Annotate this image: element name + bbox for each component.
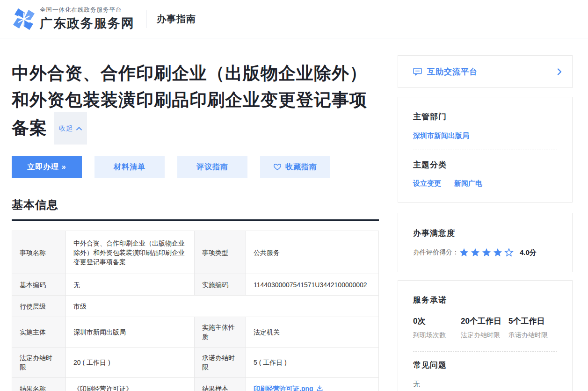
- star-filled-icon: [493, 247, 503, 258]
- apply-now-button[interactable]: 立即办理 »: [12, 156, 82, 178]
- field-label: 承诺办结时限: [195, 348, 246, 378]
- stat-label: 法定办结时限: [461, 331, 508, 340]
- platform-name: 全国一体化在线政务服务平台: [40, 6, 135, 14]
- field-value: 《印刷经营许可证》: [66, 378, 195, 391]
- review-guide-button[interactable]: 评议指南: [177, 156, 247, 178]
- field-label: 结果名称: [12, 378, 66, 391]
- dept-link[interactable]: 深圳市新闻出版局: [413, 131, 469, 139]
- stat-visits: 0次 到现场次数: [413, 316, 461, 340]
- result-sample-download-link[interactable]: 印刷经营许可证.png: [254, 384, 323, 391]
- field-label: 实施主体: [12, 317, 66, 348]
- field-label: 法定办结时限: [12, 348, 66, 378]
- topic-title: 主题分类: [413, 159, 557, 170]
- apply-now-label: 立即办理 »: [27, 162, 66, 172]
- section-rule: [12, 219, 379, 221]
- field-label: 实施主体性质: [195, 317, 246, 348]
- field-value: 中外合资、合作印刷企业（出版物企业除外）和外资包装装潢印刷品印刷企业变更登记事项…: [66, 231, 195, 274]
- star-filled-icon: [459, 247, 469, 258]
- divider: [413, 351, 557, 352]
- topic-link-news-broadcast[interactable]: 新闻广电: [454, 179, 482, 188]
- table-row: 实施主体 深圳市新闻出版局 实施主体性质 法定机关: [12, 317, 379, 348]
- sidebar: 互助交流平台 主管部门 深圳市新闻出版局 主题分类 设立变更 新闻广电 办事满意…: [398, 38, 573, 391]
- faq-title: 常见问题: [413, 360, 557, 370]
- field-value: 无: [66, 274, 195, 296]
- table-row: 法定办结时限 20 ( 工作日 ) 承诺办结时限 5 ( 工作日 ): [12, 348, 379, 378]
- chevron-up-icon: [76, 127, 82, 130]
- faq-value: 无: [413, 380, 557, 389]
- stat-value: 0次: [413, 316, 461, 326]
- field-value: 5 ( 工作日 ): [246, 348, 379, 378]
- stat-value: 20个工作日: [461, 316, 508, 326]
- download-icon: [316, 385, 323, 391]
- main-content: 中外合资、合作印刷企业（出版物企业除外）和外资包装装潢印刷品印刷企业变更登记事项…: [12, 38, 379, 391]
- score-label: 办件评价得分：: [413, 248, 459, 257]
- heart-icon: [273, 163, 282, 171]
- field-value: 深圳市新闻出版局: [66, 317, 195, 348]
- satisfaction-title: 办事满意度: [413, 228, 557, 239]
- promise-stats: 0次 到现场次数 20个工作日 法定办结时限 5个工作日 承诺办结时限: [413, 316, 557, 340]
- chevron-right-icon: [557, 68, 562, 75]
- comment-icon: [413, 68, 422, 76]
- stat-value: 5个工作日: [508, 316, 548, 326]
- field-label: 基本编码: [12, 274, 66, 296]
- department-card: 主管部门 深圳市新闻出版局 主题分类 设立变更 新闻广电: [398, 97, 573, 203]
- stat-legal-limit: 20个工作日 法定办结时限: [461, 316, 508, 340]
- field-label: 事项类型: [195, 231, 246, 274]
- table-row: 基本编码 无 实施编码 11440300007541571U3442100000…: [12, 274, 379, 296]
- star-filled-icon: [481, 247, 492, 258]
- field-label: 结果样本: [195, 378, 246, 391]
- service-promise-card: 服务承诺 0次 到现场次数 20个工作日 法定办结时限 5个工作日 承诺办结时限…: [398, 280, 573, 391]
- pinwheel-logo-icon: [12, 7, 36, 31]
- field-value: 市级: [66, 296, 379, 317]
- divider: [413, 150, 557, 150]
- field-value: 11440300007541571U3442100000002: [246, 274, 379, 296]
- field-value: 公共服务: [246, 231, 379, 274]
- help-platform-card[interactable]: 互助交流平台: [398, 55, 573, 88]
- dept-title: 主管部门: [413, 111, 557, 122]
- collapse-label: 收起: [59, 115, 73, 142]
- table-row: 事项名称 中外合资、合作印刷企业（出版物企业除外）和外资包装装潢印刷品印刷企业变…: [12, 231, 379, 274]
- stat-promised-limit: 5个工作日 承诺办结时限: [508, 316, 548, 340]
- basic-info-table: 事项名称 中外合资、合作印刷企业（出版物企业除外）和外资包装装潢印刷品印刷企业变…: [12, 231, 379, 391]
- table-row: 结果名称 《印刷经营许可证》 结果样本 印刷经营许可证.png: [12, 378, 379, 391]
- stat-label: 到现场次数: [413, 331, 461, 340]
- topic-link-setup-change[interactable]: 设立变更: [413, 179, 441, 188]
- star-outline-icon: [504, 247, 514, 258]
- site-header: 全国一体化在线政务服务平台 广东政务服务网 办事指南: [0, 0, 588, 38]
- page-title: 中外合资、合作印刷企业（出版物企业除外）和外资包装装潢印刷品印刷企业变更登记事项…: [12, 60, 379, 145]
- table-row: 行使层级 市级: [12, 296, 379, 317]
- field-value: 法定机关: [246, 317, 379, 348]
- site-logo[interactable]: 全国一体化在线政务服务平台 广东政务服务网: [12, 6, 135, 32]
- field-label: 实施编码: [195, 274, 246, 296]
- field-label: 事项名称: [12, 231, 66, 274]
- basic-info-section: 基本信息 事项名称 中外合资、合作印刷企业（出版物企业除外）和外资包装装潢印刷品…: [12, 197, 379, 391]
- stat-label: 承诺办结时限: [508, 331, 548, 340]
- basic-info-heading: 基本信息: [12, 197, 379, 212]
- field-value: 20 ( 工作日 ): [66, 348, 195, 378]
- help-platform-label: 互助交流平台: [427, 66, 478, 77]
- result-sample-filename: 印刷经营许可证.png: [254, 384, 313, 391]
- materials-list-label: 材料清单: [114, 162, 145, 172]
- service-promise-title: 服务承诺: [413, 295, 557, 305]
- star-rating: [459, 247, 514, 258]
- review-guide-label: 评议指南: [196, 162, 228, 172]
- favorite-guide-label: 收藏指南: [285, 162, 317, 172]
- score-value: 4.0分: [520, 248, 537, 257]
- header-divider: [146, 10, 146, 28]
- site-name: 广东政务服务网: [40, 15, 135, 32]
- satisfaction-card: 办事满意度 办件评价得分： 4.0分: [398, 213, 573, 272]
- materials-list-button[interactable]: 材料清单: [94, 156, 165, 178]
- favorite-guide-button[interactable]: 收藏指南: [260, 156, 330, 178]
- star-filled-icon: [470, 247, 480, 258]
- header-page-title: 办事指南: [157, 13, 196, 25]
- collapse-button[interactable]: 收起: [54, 112, 87, 145]
- action-buttons: 立即办理 » 材料清单 评议指南 收藏指南: [12, 156, 379, 178]
- field-label: 行使层级: [12, 296, 66, 317]
- field-value-cell: 印刷经营许可证.png: [246, 378, 379, 391]
